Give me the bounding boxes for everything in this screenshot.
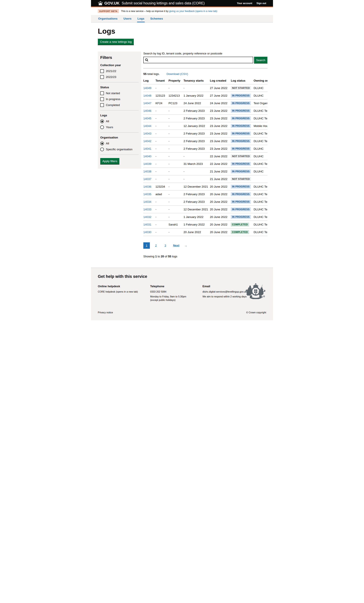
nav-item[interactable]: Users xyxy=(123,15,132,22)
your-account-link[interactable]: Your account xyxy=(237,2,252,5)
log-id-link[interactable]: 14037 xyxy=(143,177,151,181)
checkbox[interactable] xyxy=(100,92,104,95)
showing-summary: Showing 1 to 20 of 55 logs xyxy=(143,255,267,258)
next-page-link[interactable]: Next xyxy=(171,242,182,249)
feedback-link[interactable]: giving us your feedback (opens in a new … xyxy=(169,10,217,12)
checkbox[interactable] xyxy=(100,103,104,107)
tenancy-starts-cell: 12 January 2022 xyxy=(184,122,210,130)
telephone-number: 0333 202 5084 xyxy=(150,290,200,293)
tenant-cell: - xyxy=(155,152,168,160)
table-row: 14042 - - 2 February 2023 23 June 2022 I… xyxy=(143,137,267,145)
log-id-link[interactable]: 14042 xyxy=(143,139,151,143)
radio[interactable] xyxy=(100,119,104,123)
tenancy-starts-cell: 2 February 2023 xyxy=(184,198,210,206)
status-heading: Status xyxy=(100,86,139,89)
search-input[interactable] xyxy=(143,57,253,63)
page-number-link[interactable]: 1 xyxy=(143,242,150,249)
service-name-link[interactable]: Submit social housing lettings and sales… xyxy=(122,1,205,5)
royal-coat-of-arms xyxy=(246,283,266,300)
log-id-link[interactable]: 14039 xyxy=(143,162,151,165)
table-row: 14041 - - 2 February 2023 23 June 2022 I… xyxy=(143,145,267,152)
tenancy-starts-cell: 24 June 2022 xyxy=(184,100,210,107)
filter-divider xyxy=(100,132,139,133)
owning-organisation-cell: DLUHC Tes xyxy=(254,190,267,198)
log-created-cell: 21 June 2022 xyxy=(210,168,231,175)
sign-out-link[interactable]: Sign out xyxy=(257,2,266,5)
radio[interactable] xyxy=(100,148,104,151)
checkbox-label: Not started xyxy=(106,92,120,95)
log-id-link[interactable]: 14038 xyxy=(143,170,151,173)
log-id-link[interactable]: 14043 xyxy=(143,132,151,135)
tenancy-starts-cell: 2 February 2023 xyxy=(184,115,210,122)
log-id-link[interactable]: 14040 xyxy=(143,155,151,158)
owning-organisation-cell: Test Organ xyxy=(254,100,267,107)
column-header: Owning org xyxy=(254,77,267,84)
crown-copyright-link[interactable]: © Crown copyright xyxy=(246,311,266,314)
checkbox[interactable] xyxy=(100,69,104,73)
radio[interactable] xyxy=(100,142,104,145)
owning-organisation-cell: DLUHC Tes xyxy=(254,130,267,137)
page-number-link[interactable]: 2 xyxy=(153,242,159,249)
log-created-cell: 22 June 2022 xyxy=(210,160,231,168)
log-created-cell: 23 June 2022 xyxy=(210,115,231,122)
page-number-link[interactable]: 3 xyxy=(162,242,169,249)
owning-organisation-cell: DLUHC Tes xyxy=(254,160,267,168)
property-cell: - xyxy=(168,145,184,152)
nav-item[interactable]: Logs xyxy=(137,15,144,22)
collection-year-heading: Collection year xyxy=(100,64,139,67)
status-badge: IN PROGRESS xyxy=(231,124,251,128)
table-row: 14037 - - - 21 June 2022 NOT STARTED xyxy=(143,175,267,183)
radio-label: All xyxy=(106,120,109,123)
owning-organisation-cell: DLUHC Tes xyxy=(254,213,267,221)
search-button[interactable]: Search xyxy=(254,57,267,63)
owning-organisation-cell: DLUHC Tes xyxy=(254,221,267,228)
checkbox[interactable] xyxy=(100,75,104,79)
nav-item[interactable]: Organisations xyxy=(98,15,118,22)
checkbox-option: Not started xyxy=(100,92,139,95)
property-cell: - xyxy=(168,206,184,213)
govuk-logotype[interactable]: GOV.UK xyxy=(104,1,119,6)
primary-navigation: Organisations Users Logs Schemes xyxy=(91,15,273,23)
log-id-link[interactable]: 14047 xyxy=(143,102,151,105)
owning-organisation-cell: DLUHC xyxy=(254,168,267,175)
tenant-cell: 123123 xyxy=(155,92,168,100)
tenant-cell: - xyxy=(155,130,168,137)
property-cell: PC123 xyxy=(168,100,184,107)
log-id-link[interactable]: 14033 xyxy=(143,208,151,211)
privacy-notice-link[interactable]: Privacy notice xyxy=(98,311,113,314)
nav-item[interactable]: Schemes xyxy=(150,15,163,22)
table-row: 14030 - - 20 June 2022 20 June 2022 COMP… xyxy=(143,228,267,236)
log-id-link[interactable]: 14048 xyxy=(143,94,151,97)
log-id-link[interactable]: 14034 xyxy=(143,200,151,203)
log-id-link[interactable]: 14046 xyxy=(143,109,151,112)
log-id-link[interactable]: 14036 xyxy=(143,185,151,188)
log-id-link[interactable]: 14032 xyxy=(143,215,151,219)
email-note: We aim to respond within 2 working days xyxy=(202,295,247,298)
apply-filters-button[interactable]: Apply filters xyxy=(100,158,119,164)
status-badge: IN PROGRESS xyxy=(231,132,251,135)
log-created-cell: 24 June 2022 xyxy=(210,100,231,107)
core-helpdesk-link[interactable]: CORE helpdesk (opens in a new tab) xyxy=(98,290,138,293)
right-arrow-icon: → xyxy=(184,244,187,247)
organisation-heading: Organisation xyxy=(100,136,139,139)
owning-organisation-cell: DLUHC Tes xyxy=(254,228,267,236)
log-id-link[interactable]: 14041 xyxy=(143,147,151,150)
download-csv-link[interactable]: Download (CSV) xyxy=(166,72,188,76)
log-id-link[interactable]: 14045 xyxy=(143,117,151,120)
status-badge: IN PROGRESS xyxy=(231,139,251,143)
create-lettings-log-button[interactable]: Create a new lettings log xyxy=(98,39,134,45)
property-cell: - xyxy=(168,122,184,130)
log-id-link[interactable]: 14031 xyxy=(143,223,151,226)
tenant-cell: 123234 xyxy=(155,183,168,190)
radio-dot xyxy=(101,121,103,122)
email-link[interactable]: dluhc.digital-services@levellingup.gov.u… xyxy=(202,290,247,293)
tenant-cell: - xyxy=(155,115,168,122)
log-id-link[interactable]: 14030 xyxy=(143,231,151,234)
radio[interactable] xyxy=(100,126,104,129)
checkbox[interactable] xyxy=(100,97,104,101)
log-id-link[interactable]: 14049 xyxy=(143,86,151,90)
property-cell: 1234213 xyxy=(168,92,184,100)
filter-divider xyxy=(100,82,139,82)
log-id-link[interactable]: 14044 xyxy=(143,124,151,128)
log-id-link[interactable]: 14035 xyxy=(143,193,151,196)
